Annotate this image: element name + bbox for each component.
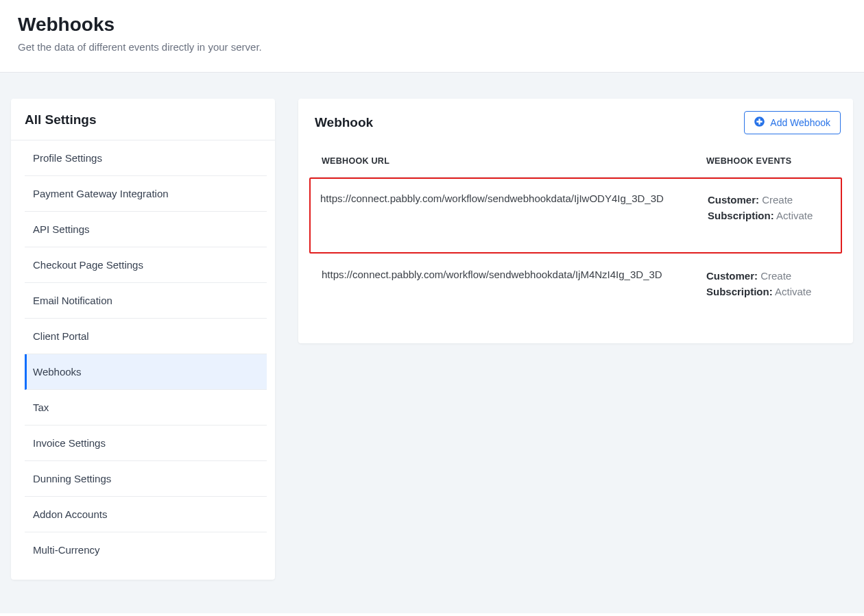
column-header-events: WEBHOOK EVENTS — [706, 156, 830, 166]
sidebar-item-checkout-page-settings[interactable]: Checkout Page Settings — [25, 247, 267, 283]
add-webhook-label: Add Webhook — [770, 117, 830, 128]
sidebar-item-webhooks[interactable]: Webhooks — [25, 354, 267, 390]
sidebar-item-payment-gateway-integration[interactable]: Payment Gateway Integration — [25, 176, 267, 212]
event-customer-label: Customer: — [708, 194, 759, 206]
sidebar-item-addon-accounts[interactable]: Addon Accounts — [25, 497, 267, 532]
content-area: All Settings Profile SettingsPayment Gat… — [0, 73, 864, 613]
table-body: https://connect.pabbly.com/workflow/send… — [311, 177, 841, 341]
sidebar-title: All Settings — [25, 112, 261, 127]
webhook-events-cell: Customer: CreateSubscription: Activate — [708, 193, 831, 223]
sidebar-item-tax[interactable]: Tax — [25, 390, 267, 426]
webhook-table: WEBHOOK URL WEBHOOK EVENTS https://conne… — [298, 147, 853, 343]
column-header-url: WEBHOOK URL — [322, 156, 706, 166]
event-subscription-label: Subscription: — [706, 286, 773, 297]
webhook-url-cell: https://connect.pabbly.com/workflow/send… — [322, 269, 706, 299]
panel-title: Webhook — [315, 115, 373, 130]
table-row[interactable]: https://connect.pabbly.com/workflow/send… — [311, 254, 841, 341]
sidebar-item-profile-settings[interactable]: Profile Settings — [25, 140, 267, 176]
sidebar-item-invoice-settings[interactable]: Invoice Settings — [25, 426, 267, 461]
sidebar-item-api-settings[interactable]: API Settings — [25, 212, 267, 247]
settings-sidebar: All Settings Profile SettingsPayment Gat… — [11, 99, 275, 580]
webhook-panel: Webhook Add Webhook WEBHOOK URL WEBHOOK … — [298, 99, 853, 343]
webhook-url-cell: https://connect.pabbly.com/workflow/send… — [320, 193, 708, 223]
page-title: Webhooks — [18, 14, 846, 36]
plus-circle-icon — [754, 116, 765, 129]
sidebar-item-multi-currency[interactable]: Multi-Currency — [25, 532, 267, 567]
table-head: WEBHOOK URL WEBHOOK EVENTS — [311, 147, 841, 177]
event-subscription-value: Activate — [776, 210, 813, 221]
event-customer-label: Customer: — [706, 270, 758, 282]
page-subtitle: Get the data of different events directl… — [18, 41, 846, 53]
panel-header: Webhook Add Webhook — [298, 99, 853, 147]
event-customer-value: Create — [762, 194, 793, 206]
sidebar-list: Profile SettingsPayment Gateway Integrat… — [11, 140, 275, 580]
sidebar-item-email-notification[interactable]: Email Notification — [25, 283, 267, 319]
sidebar-item-client-portal[interactable]: Client Portal — [25, 319, 267, 354]
webhook-url: https://connect.pabbly.com/workflow/send… — [320, 193, 664, 204]
event-customer-value: Create — [760, 270, 791, 282]
page-header: Webhooks Get the data of different event… — [0, 0, 864, 73]
event-subscription-label: Subscription: — [708, 210, 774, 221]
sidebar-header: All Settings — [11, 99, 275, 140]
table-row[interactable]: https://connect.pabbly.com/workflow/send… — [309, 177, 842, 254]
add-webhook-button[interactable]: Add Webhook — [744, 111, 841, 134]
webhook-events-cell: Customer: CreateSubscription: Activate — [706, 269, 830, 299]
event-subscription-value: Activate — [775, 286, 811, 297]
sidebar-item-dunning-settings[interactable]: Dunning Settings — [25, 461, 267, 497]
webhook-url: https://connect.pabbly.com/workflow/send… — [322, 269, 662, 280]
